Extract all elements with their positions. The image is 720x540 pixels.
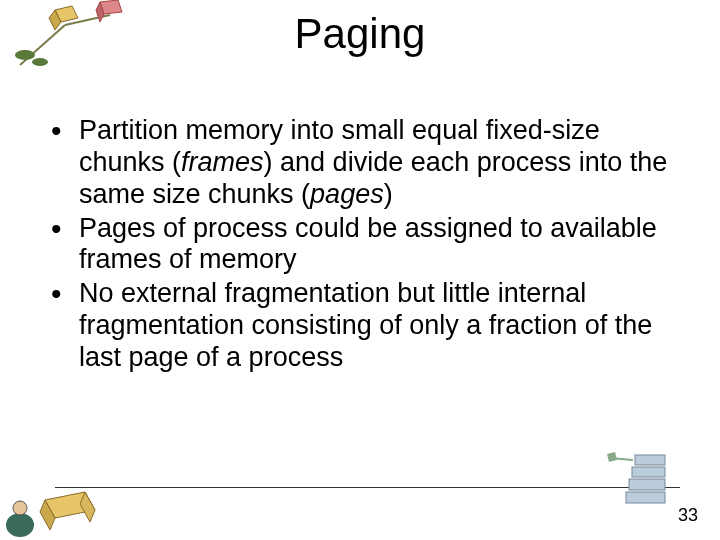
svg-rect-15 xyxy=(629,479,665,490)
svg-marker-10 xyxy=(45,492,95,518)
bullet-item: Partition memory into small equal fixed-… xyxy=(45,115,685,211)
clipart-bottom-left-icon xyxy=(0,470,120,540)
svg-rect-16 xyxy=(626,492,665,503)
bullet-text: Pages of process could be assigned to av… xyxy=(79,213,657,275)
bullet-text: No external fragmentation but little int… xyxy=(79,278,652,372)
page-number: 33 xyxy=(678,505,698,526)
bullet-item: No external fragmentation but little int… xyxy=(45,278,685,374)
svg-marker-12 xyxy=(80,492,95,522)
slide-body: Partition memory into small equal fixed-… xyxy=(45,115,685,376)
bullet-item: Pages of process could be assigned to av… xyxy=(45,213,685,277)
svg-point-7 xyxy=(32,58,48,66)
bullet-em: frames xyxy=(181,147,264,177)
slide: Paging Partition memory into small equal… xyxy=(0,0,720,540)
svg-point-9 xyxy=(13,501,27,515)
svg-rect-14 xyxy=(632,467,665,477)
svg-rect-13 xyxy=(635,455,665,465)
clipart-bottom-right-icon xyxy=(605,450,675,510)
svg-marker-11 xyxy=(40,500,55,530)
slide-title: Paging xyxy=(0,0,720,58)
svg-point-8 xyxy=(6,513,34,537)
svg-line-17 xyxy=(610,458,633,460)
bullet-em: pages xyxy=(310,179,384,209)
svg-marker-18 xyxy=(607,452,617,462)
footer-divider xyxy=(55,487,680,488)
bullet-list: Partition memory into small equal fixed-… xyxy=(45,115,685,374)
bullet-text: ) xyxy=(384,179,393,209)
